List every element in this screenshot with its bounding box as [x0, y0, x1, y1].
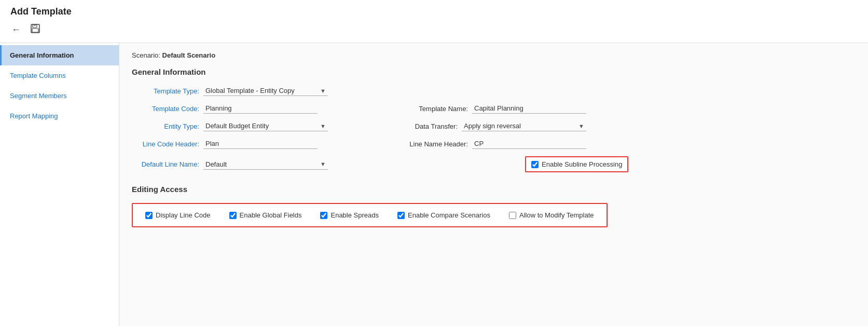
enable-subline-checkbox[interactable]: [531, 161, 539, 168]
enable-subline-container: Enable Subline Processing: [525, 156, 628, 172]
template-type-field: Template Type: Global Template - Entity …: [132, 86, 328, 96]
form-section: Template Type: Global Template - Entity …: [132, 86, 856, 172]
enable-global-fields-checkbox[interactable]: [229, 212, 237, 219]
line-code-header-row: Line Code Header: Line Name Header:: [132, 139, 856, 149]
editing-access-box: Display Line Code Enable Global Fields E…: [132, 203, 608, 227]
enable-spreads-checkbox[interactable]: [320, 212, 327, 219]
enable-global-fields-field: Enable Global Fields: [229, 211, 302, 219]
line-name-header-label: Line Name Header:: [401, 140, 468, 148]
entity-type-data-transfer-row: Entity Type: Default Budget Entity Custo…: [132, 121, 856, 131]
template-type-select[interactable]: Global Template - Entity Copy Standard T…: [203, 86, 328, 96]
entity-type-label: Entity Type:: [132, 122, 199, 130]
default-line-name-select-wrapper: Default Custom ▼: [203, 159, 328, 170]
display-line-code-field: Display Line Code: [145, 211, 211, 219]
enable-subline-label: Enable Subline Processing: [542, 160, 622, 168]
sidebar-item-template-columns[interactable]: Template Columns: [0, 65, 119, 86]
toolbar: ←: [10, 22, 858, 37]
sidebar-item-label: Report Mapping: [10, 112, 58, 120]
template-type-label: Template Type:: [132, 87, 199, 95]
entity-type-select[interactable]: Default Budget Entity Custom Entity: [203, 121, 328, 131]
sidebar-item-general-information[interactable]: General Information: [0, 45, 119, 65]
page-header: Add Template ←: [0, 0, 868, 43]
back-button[interactable]: ←: [10, 23, 22, 36]
template-code-name-row: Template Code: Template Name:: [132, 103, 856, 114]
back-icon: ←: [11, 24, 21, 35]
editing-access-heading: Editing Access: [132, 185, 856, 194]
default-line-name-row: Default Line Name: Default Custom ▼ Enab…: [132, 156, 856, 172]
enable-compare-scenarios-checkbox[interactable]: [397, 212, 405, 219]
enable-compare-scenarios-field: Enable Compare Scenarios: [397, 211, 490, 219]
data-transfer-field: Data Transfer: Apply sign reversal No si…: [390, 121, 586, 131]
scenario-value: Default Scenario: [162, 51, 216, 59]
default-line-name-field: Default Line Name: Default Custom ▼: [132, 159, 328, 170]
general-information-heading: General Information: [132, 67, 856, 76]
allow-modify-template-checkbox[interactable]: [509, 212, 516, 219]
sidebar-item-report-mapping[interactable]: Report Mapping: [0, 106, 119, 126]
line-name-header-field: Line Name Header:: [401, 139, 586, 149]
display-line-code-label: Display Line Code: [156, 211, 211, 219]
line-name-header-input[interactable]: [472, 139, 586, 149]
template-code-input[interactable]: [203, 103, 318, 114]
save-button[interactable]: [29, 22, 42, 37]
line-code-header-input[interactable]: [203, 139, 318, 149]
sidebar: General Information Template Columns Seg…: [0, 43, 119, 326]
template-name-label: Template Name:: [401, 105, 468, 113]
scenario-bar: Scenario: Default Scenario: [132, 51, 856, 59]
display-line-code-checkbox[interactable]: [145, 212, 153, 219]
content-area: Scenario: Default Scenario General Infor…: [119, 43, 868, 326]
template-type-row: Template Type: Global Template - Entity …: [132, 86, 856, 96]
sidebar-item-label: General Information: [10, 51, 74, 59]
page-title: Add Template: [10, 6, 858, 17]
sidebar-item-label: Segment Members: [10, 92, 67, 100]
line-code-header-label: Line Code Header:: [132, 140, 199, 148]
enable-subline-box: Enable Subline Processing: [525, 156, 628, 172]
default-line-name-select[interactable]: Default Custom: [203, 159, 328, 169]
allow-modify-template-field: Allow to Modify Template: [509, 211, 594, 219]
template-code-field: Template Code:: [132, 103, 318, 114]
template-type-select-wrapper: Global Template - Entity Copy Standard T…: [203, 86, 328, 96]
template-name-field: Template Name:: [401, 103, 586, 114]
main-layout: General Information Template Columns Seg…: [0, 43, 868, 326]
template-code-label: Template Code:: [132, 105, 199, 113]
data-transfer-label: Data Transfer:: [390, 122, 458, 130]
sidebar-item-label: Template Columns: [10, 72, 66, 79]
data-transfer-select-wrapper: Apply sign reversal No sign reversal ▼: [462, 121, 586, 131]
enable-global-fields-label: Enable Global Fields: [240, 211, 302, 219]
allow-modify-template-label: Allow to Modify Template: [519, 211, 594, 219]
editing-access-section: Editing Access Display Line Code Enable …: [132, 185, 856, 227]
sidebar-item-segment-members[interactable]: Segment Members: [0, 86, 119, 106]
data-transfer-select[interactable]: Apply sign reversal No sign reversal: [462, 121, 586, 131]
entity-type-field: Entity Type: Default Budget Entity Custo…: [132, 121, 328, 131]
svg-rect-2: [32, 29, 38, 32]
enable-spreads-field: Enable Spreads: [320, 211, 379, 219]
template-name-input[interactable]: [472, 103, 586, 114]
enable-spreads-label: Enable Spreads: [330, 211, 379, 219]
save-icon: [30, 23, 40, 36]
svg-rect-1: [33, 24, 37, 28]
line-code-header-field: Line Code Header:: [132, 139, 318, 149]
default-line-name-label: Default Line Name:: [132, 160, 199, 168]
enable-compare-scenarios-label: Enable Compare Scenarios: [408, 211, 490, 219]
entity-type-select-wrapper: Default Budget Entity Custom Entity ▼: [203, 121, 328, 131]
